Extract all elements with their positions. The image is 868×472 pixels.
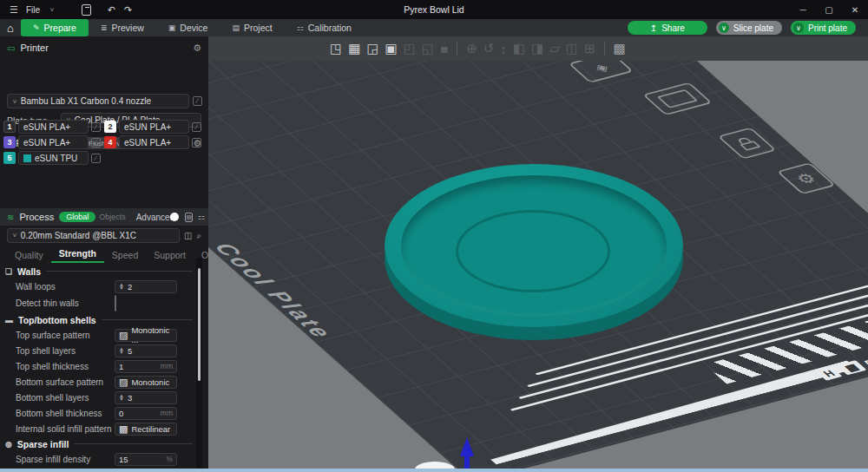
filament-slot-3[interactable]: 3 eSUN PLA+ ∕	[3, 135, 101, 149]
bottom-shell-thickness-label: Bottom shell thickness	[16, 409, 102, 418]
internal-solid-infill-pattern-label: Internal solid infill pattern	[16, 424, 112, 434]
filament-5-name: eSUN TPU	[35, 154, 77, 163]
slice-dropdown-icon[interactable]: ∨	[719, 23, 729, 33]
top-shell-layers-input[interactable]: ▲▼ 5	[115, 344, 177, 357]
filament-1-edit-icon[interactable]: ∕	[91, 122, 101, 132]
tab-calibration[interactable]: ⚏ Calibration	[285, 19, 364, 36]
filament-4-edit-icon[interactable]: ∕	[192, 138, 201, 148]
detect-thin-walls-label: Detect thin walls	[16, 298, 79, 308]
setting-row: Top shell thickness 1 mm	[0, 358, 198, 374]
scope-global-button[interactable]: Global	[59, 212, 95, 222]
setting-row: Bottom surface pattern ▨ Monotonic	[0, 374, 198, 390]
file-menu[interactable]: ☰ File	[0, 0, 45, 19]
filament-slot-5[interactable]: 5 eSUN TPU ∕	[3, 151, 101, 165]
add-plate-icon[interactable]: ▦	[348, 41, 360, 56]
rotate-icon: ↺	[483, 41, 495, 56]
bottom-surface-pattern-select[interactable]: ▨ Monotonic	[115, 376, 177, 389]
file-chevron-icon[interactable]: ∨	[49, 6, 55, 12]
menu-icon: ☰	[10, 4, 18, 16]
bottom-shell-layers-input[interactable]: ▲▼ 3	[115, 391, 177, 404]
wall-loops-input[interactable]: ▲▼ 2	[115, 280, 177, 293]
print-plate-label: Print plate	[808, 23, 847, 33]
close-button[interactable]: ✕	[842, 5, 868, 15]
gizmo-z-arrow[interactable]	[460, 437, 474, 456]
tab-project[interactable]: ▤ Project	[220, 19, 284, 36]
filament-5-select[interactable]: eSUN TPU	[18, 151, 89, 165]
sidebar-scrollbar[interactable]	[196, 258, 202, 472]
tab-support[interactable]: Support	[146, 250, 194, 263]
auto-arrange-icon[interactable]: ◲	[366, 41, 378, 56]
home-icon: ⌂	[7, 22, 14, 35]
undo-icon[interactable]: ↶	[108, 4, 115, 16]
internal-solid-infill-pattern-select[interactable]: ▩ Rectilinear	[115, 423, 177, 436]
spinner-icon[interactable]: ▲▼	[119, 283, 124, 290]
tab-speed[interactable]: Speed	[104, 250, 146, 263]
prepare-icon: ✎	[33, 23, 40, 32]
tab-device[interactable]: ▣ Device	[156, 19, 220, 36]
setting-row: Bottom shell layers ▲▼ 3	[0, 390, 198, 405]
process-preset-select[interactable]: ∨ 0.20mm Standard @BBL X1C	[7, 228, 180, 243]
redo-icon[interactable]: ↷	[124, 4, 132, 16]
layout-icon: ◱	[422, 41, 434, 56]
section-sparse-infill[interactable]: ◍ Sparse infill	[0, 436, 198, 451]
home-button[interactable]: ⌂	[0, 19, 21, 36]
tab-calibration-label: Calibration	[308, 23, 352, 33]
device-icon: ▣	[168, 23, 176, 32]
slice-plate-button[interactable]: ∨ Slice plate	[716, 21, 782, 35]
tab-prepare[interactable]: ✎ Prepare	[21, 19, 89, 36]
filament-slot-1[interactable]: 1 eSUN PLA+ ∕	[3, 120, 101, 134]
sparse-infill-icon: ◍	[5, 440, 12, 449]
filament-3-name: eSUN PLA+	[23, 138, 70, 148]
new-project-icon[interactable]	[82, 4, 91, 16]
print-plate-button[interactable]: ∨ Print plate	[791, 21, 856, 35]
bottom-shell-thickness-input[interactable]: 0 mm	[115, 407, 177, 420]
filament-2-edit-icon[interactable]: ∕	[192, 122, 201, 132]
maximize-button[interactable]: ▢	[816, 5, 842, 15]
top-shell-thickness-label: Top shell thickness	[16, 362, 89, 371]
save-preset-icon[interactable]: ◫	[184, 231, 192, 240]
spinner-icon[interactable]: ▲▼	[119, 394, 124, 401]
minimize-button[interactable]: ─	[790, 5, 816, 15]
tab-strength[interactable]: Strength	[51, 248, 104, 263]
top-surface-pattern-select[interactable]: ▨ Monotonic ...	[115, 329, 177, 342]
settings-panel: ❏ Walls Wall loops ▲▼ 2 Detect thin wall…	[0, 264, 198, 472]
seam-paint-icon: ⊞	[584, 41, 595, 56]
filament-3-select[interactable]: eSUN PLA+	[18, 135, 89, 149]
detect-thin-walls-checkbox[interactable]	[115, 295, 116, 311]
sparse-infill-density-input[interactable]: 15 %	[115, 453, 177, 466]
add-object-icon[interactable]: ◳	[330, 41, 342, 56]
printer-edit-icon[interactable]: ∕	[193, 96, 202, 106]
filament-1-swatch: 1	[3, 121, 16, 133]
printer-settings-icon[interactable]: ⚙	[193, 43, 201, 54]
model-lid-groove-ring	[456, 210, 610, 292]
assembly-view-icon[interactable]: ▩	[614, 41, 626, 56]
spinner-icon[interactable]: ▲▼	[119, 347, 124, 354]
top-shell-thickness-input[interactable]: 1 mm	[115, 360, 177, 373]
scope-objects-button[interactable]: Objects	[99, 213, 126, 221]
tab-preview[interactable]: ≣ Preview	[89, 19, 156, 36]
filament-2-select[interactable]: eSUN PLA+	[119, 120, 189, 134]
print-dropdown-icon[interactable]: ∨	[793, 23, 804, 33]
setting-row: Sparse infill density 15 %	[0, 451, 198, 467]
tab-quality[interactable]: Quality	[7, 250, 51, 263]
split-window-icon[interactable]: ▣	[385, 41, 398, 56]
filament-4-select[interactable]: eSUN PLA+	[119, 135, 189, 149]
compare-preset-icon[interactable]: ⚏	[198, 213, 205, 221]
viewport-3d[interactable]: Cool Plate ◈ ⚙ H ▦ PLA ◳ ▦ ◲ ▣ ◰ ◱ ■	[208, 36, 868, 472]
share-label: Share	[661, 23, 685, 33]
filament-3-edit-icon[interactable]: ∕	[91, 138, 101, 148]
filament-5-edit-icon[interactable]: ∕	[91, 154, 101, 163]
printer-select[interactable]: ∨ Bambu Lab X1 Carbon 0.4 nozzle	[7, 94, 189, 108]
share-button[interactable]: ↥ Share	[628, 21, 707, 35]
plate-name-label: Cool Plate	[208, 241, 339, 342]
filament-slot-2[interactable]: 2 eSUN PLA+ ∕	[104, 120, 201, 134]
search-preset-icon[interactable]: ⌕	[196, 231, 201, 241]
parameter-table-icon[interactable]: ▤	[185, 213, 193, 222]
scrollbar-thumb[interactable]	[198, 268, 201, 381]
unit-label: mm	[161, 409, 173, 417]
setting-row: Top surface pattern ▨ Monotonic ...	[0, 327, 198, 343]
filament-slot-4[interactable]: 4 eSUN PLA+ ∕	[104, 135, 201, 149]
filament-4-swatch: 4	[104, 136, 116, 148]
section-walls[interactable]: ❏ Walls	[0, 264, 198, 279]
filament-1-select[interactable]: eSUN PLA+	[18, 120, 89, 134]
